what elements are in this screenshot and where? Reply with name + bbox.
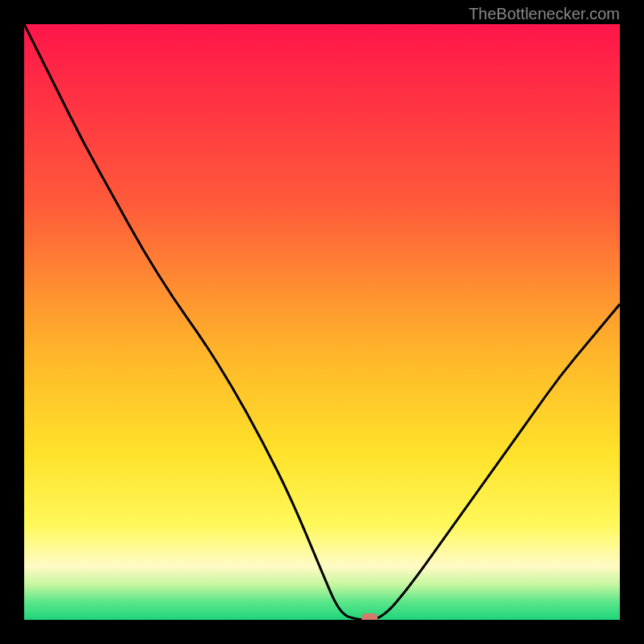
- chart-frame: TheBottlenecker.com: [0, 0, 644, 644]
- gradient-background: [24, 24, 620, 620]
- plot-area: [24, 24, 620, 620]
- attribution-text: TheBottlenecker.com: [469, 5, 620, 23]
- optimal-point-marker: [361, 613, 378, 620]
- bottleneck-chart: [24, 24, 620, 620]
